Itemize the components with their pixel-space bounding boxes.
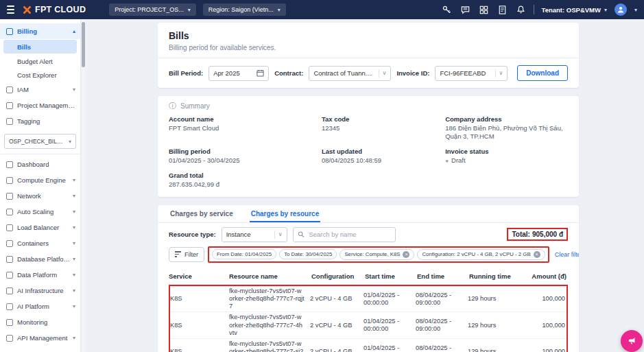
filter-chip-service: Service: Compute, K8S× (339, 249, 414, 260)
info-icon: ⓘ (169, 102, 176, 110)
summary-field-value: 08/04/2025 10:48:59 (322, 156, 438, 165)
brand-text: FPT CLOUD (35, 5, 86, 14)
sidebar-item-bills[interactable]: Bills (3, 40, 77, 54)
chevron-up-icon: ▴ (73, 28, 75, 34)
chevron-down-icon: ▾ (73, 303, 75, 309)
sidebar-item-ai-infrastructure[interactable]: AI Infrastructure▾ (0, 283, 80, 298)
table-row: K8Sfke-mycluster-7vs5vt07-worker-zhe8q8h… (170, 286, 567, 312)
project-selector[interactable]: Project: PROJECT_OS... ▾ (109, 3, 196, 16)
sidebar-item-tagging[interactable]: Tagging (0, 113, 80, 129)
sidebar-item-load-balancer[interactable]: Load Balancer▾ (0, 220, 80, 235)
key-icon[interactable] (442, 5, 452, 15)
tenant-selector[interactable]: Tenant: OSP&VMW ▾ (542, 6, 607, 14)
region-selector[interactable]: Region: Saigon (Vietn... ▾ (203, 3, 286, 16)
sidebar-item-label: Billing (17, 27, 71, 35)
filter-chip-configuration: Configuration: 2 vCPU - 4 GB, 2 vCPU - 2… (417, 249, 545, 260)
bill-period-label: Bill Period: (169, 69, 203, 77)
menu-toggle-button[interactable] (5, 4, 16, 15)
cell-configuration: 2 vCPU - 4 GB (310, 294, 363, 304)
filter-chip-label: Configuration: 2 vCPU - 4 GB, 2 vCPU - 2… (422, 251, 530, 257)
sidebar-nav: Billing▴BillsBudget AlertCost ExplorerIA… (0, 19, 81, 352)
sidebar-item-label: Network (17, 192, 71, 200)
cell-service: K8S (170, 347, 229, 352)
tenant-label: Tenant: OSP&VMW (542, 6, 601, 14)
support-chat-button[interactable] (621, 330, 643, 352)
cell-end-time: 08/04/2025 - 09:00:00 (416, 343, 468, 352)
bill-period-input[interactable]: Apr 2025 (208, 66, 269, 81)
remove-chip-icon[interactable]: × (403, 251, 409, 258)
sidebar-item-api-management[interactable]: API Management▾ (0, 330, 80, 346)
sidebar-item-iam[interactable]: IAM▾ (0, 82, 80, 97)
apps-grid-icon[interactable] (479, 5, 489, 15)
document-icon[interactable] (497, 5, 508, 15)
download-button[interactable]: Download (517, 65, 568, 81)
invoice-id-label: Invoice ID: (396, 69, 429, 77)
sidebar-item-auto-scaling[interactable]: Auto Scaling▾ (0, 204, 80, 220)
summary-field-label: Last updated (322, 148, 438, 155)
sidebar-item-project-management[interactable]: Project Management (0, 97, 80, 113)
brand-logo[interactable]: FPT CLOUD (23, 5, 86, 14)
sidebar-item-billing[interactable]: Billing▴ (0, 23, 80, 39)
summary-field-value: 186 Điện Biên Phủ, Phường Võ Thị Sáu, Qu… (445, 124, 568, 141)
filter-icon (175, 251, 181, 257)
charges-card: Charges by serviceCharges by resource Re… (158, 205, 579, 352)
data-platform-icon (6, 272, 13, 279)
user-avatar-icon (617, 5, 625, 14)
chevron-down-icon: ∨ (383, 70, 387, 76)
sidebar-item-data-platform[interactable]: Data Platform▾ (0, 267, 80, 283)
user-avatar[interactable] (615, 3, 627, 16)
sidebar-item-database-platform[interactable]: Database Platform▾ (0, 251, 80, 267)
sidebar-item-compute-engine[interactable]: Compute Engine▾ (0, 172, 80, 188)
chevron-down-icon: ▾ (73, 209, 75, 215)
summary-grid: Account nameFPT Smart CloudTax code12345… (158, 110, 579, 197)
sidebar-item-containers[interactable]: Containers▾ (0, 235, 80, 251)
cell-end-time: 08/04/2025 - 09:00:00 (416, 316, 468, 334)
filter-button[interactable]: Filter (169, 247, 204, 262)
search-icon (298, 231, 305, 238)
bills-card: Bills Billing period for available servi… (158, 23, 579, 88)
search-box (293, 227, 396, 242)
cell-amount: 100,000 (523, 294, 567, 304)
chat-icon[interactable] (460, 5, 470, 15)
chevron-down-icon: ▾ (73, 256, 75, 262)
column-header-amount: Amount (đ) (524, 271, 568, 281)
resource-type-select[interactable]: Instance ∨ (222, 227, 287, 242)
chevron-down-icon: ▾ (73, 240, 75, 246)
sidebar-divider (0, 154, 80, 154)
sidebar-item-monitoring[interactable]: Monitoring (0, 314, 80, 330)
sidebar-item-budget-alert[interactable]: Budget Alert (0, 54, 80, 68)
ai-infrastructure-icon (6, 288, 13, 294)
filter-chip-label: To Date: 30/04/2025 (284, 251, 332, 257)
contract-select[interactable]: Contract of Tuannn52... ∨ (309, 66, 391, 81)
sidebar-item-cost-explorer[interactable]: Cost Explorer (0, 68, 80, 82)
select-divider (274, 231, 275, 239)
sidebar-scope-select[interactable]: OSP_CHECK_BILL_001▾ (4, 134, 76, 149)
cell-resource-name: fke-mycluster-7vs5vt07-worker-zhe8q8hd-7… (229, 286, 310, 312)
search-input[interactable] (307, 230, 390, 239)
sidebar-item-label: Database Platform (17, 255, 71, 263)
project-selector-label: Project: PROJECT_OS... (115, 6, 184, 13)
cell-start-time: 01/04/2025 - 00:00:00 (363, 290, 416, 308)
filter-chip-label: Service: Compute, K8S (344, 251, 400, 257)
sidebar-item-ai-platform[interactable]: AI Platform▾ (0, 298, 80, 314)
sidebar-item-dashboard[interactable]: Dashboard (0, 156, 80, 172)
table-header: ServiceResource nameConfigurationStart t… (169, 268, 568, 285)
resource-type-value: Instance (226, 231, 271, 238)
topbar: FPT CLOUD Project: PROJECT_OS... ▾ Regio… (0, 0, 644, 19)
tab-charges-by-resource[interactable]: Charges by resource (250, 205, 321, 222)
chevron-down-icon: ▾ (73, 272, 75, 278)
invoice-id-value: FCI-96FEEABD (440, 69, 491, 77)
filter-chip-label: From Date: 01/04/2025 (217, 251, 272, 257)
invoice-id-select[interactable]: FCI-96FEEABD ∨ (435, 66, 508, 81)
cell-start-time: 01/04/2025 - 00:00:00 (363, 316, 416, 334)
clear-filters-link[interactable]: Clear filters (555, 251, 579, 258)
notification-bell-icon[interactable] (516, 5, 526, 15)
tab-charges-by-service[interactable]: Charges by service (169, 205, 235, 222)
sidebar-item-network[interactable]: Network▾ (0, 188, 80, 204)
cell-amount: 100,000 (523, 347, 567, 352)
column-header-service: Service (169, 271, 229, 281)
sidebar-item-label: AI Platform (17, 303, 71, 310)
summary-field-account-name: Account nameFPT Smart Cloud (169, 115, 315, 141)
sidebar-item-label: Bills (17, 43, 72, 51)
remove-chip-icon[interactable]: × (534, 251, 540, 258)
